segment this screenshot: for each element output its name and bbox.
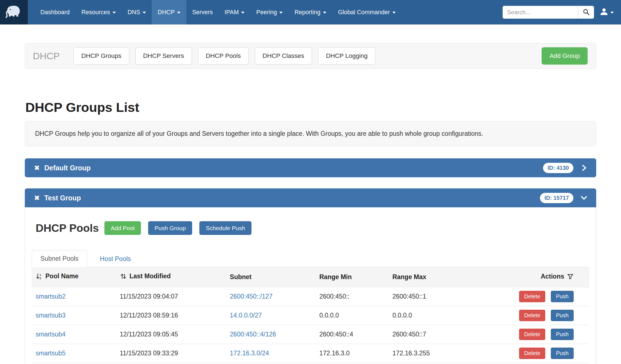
nav-item-ipam[interactable]: IPAM bbox=[219, 0, 250, 24]
chevron-down-icon bbox=[113, 12, 116, 14]
range-min-cell: 172.16.3.0 bbox=[316, 344, 388, 363]
add-group-button[interactable]: Add Group bbox=[542, 47, 588, 65]
search-icon bbox=[583, 8, 590, 16]
header-label: Pool Name bbox=[45, 272, 79, 280]
push-button[interactable]: Push bbox=[551, 348, 574, 359]
top-navbar: Dashboard Resources DNS DHCP Servers IPA… bbox=[0, 0, 621, 24]
pool-name-link[interactable]: smartsub3 bbox=[36, 312, 65, 319]
table-row: smartsub5 11/15/2023 09:33:29 172.16.3.0… bbox=[32, 344, 589, 363]
chevron-right-icon[interactable] bbox=[580, 164, 588, 172]
push-group-button[interactable]: Push Group bbox=[148, 221, 192, 235]
group-name: Default Group bbox=[44, 164, 91, 172]
nav-item-servers[interactable]: Servers bbox=[186, 0, 219, 24]
last-modified-cell: 11/15/2023 09:04:07 bbox=[116, 287, 226, 306]
push-button[interactable]: Push bbox=[551, 329, 574, 340]
nav-label: Global Commander bbox=[338, 9, 390, 16]
delete-button[interactable]: Delete bbox=[519, 329, 545, 340]
delete-button[interactable]: Delete bbox=[519, 291, 545, 302]
main-nav: Dashboard Resources DNS DHCP Servers IPA… bbox=[28, 0, 402, 24]
header-subnet[interactable]: Subnet bbox=[226, 267, 315, 287]
dhcp-logging-button[interactable]: DHCP Logging bbox=[318, 47, 375, 65]
nav-item-dhcp[interactable]: DHCP bbox=[152, 0, 186, 24]
header-pool-name[interactable]: 12Pool Name bbox=[32, 267, 116, 287]
header-label: Range Max bbox=[392, 273, 426, 281]
range-min-cell: 0.0.0.0 bbox=[316, 306, 388, 325]
header-range-max[interactable]: Range Max bbox=[388, 267, 511, 287]
header-label: Range Min bbox=[319, 273, 352, 281]
pool-name-link[interactable]: smartsub5 bbox=[36, 350, 65, 357]
page-title: DHCP Groups List bbox=[25, 100, 596, 115]
pools-header: DHCP Pools Add Pool Push Group Schedule … bbox=[32, 221, 589, 235]
header-last-modified[interactable]: Last Modified bbox=[116, 267, 226, 287]
remove-group-icon[interactable]: ✖ bbox=[34, 195, 40, 201]
header-label: Subnet bbox=[230, 273, 251, 281]
nav-item-resources[interactable]: Resources bbox=[75, 0, 122, 24]
nav-item-dns[interactable]: DNS bbox=[122, 0, 152, 24]
chevron-down-icon bbox=[323, 12, 326, 14]
delete-button[interactable]: Delete bbox=[519, 348, 545, 359]
push-button[interactable]: Push bbox=[551, 291, 574, 302]
subnet-link[interactable]: 172.16.3.0/24 bbox=[230, 350, 269, 357]
table-row: smartsub4 12/11/2023 09:05:45 2600:450::… bbox=[32, 325, 589, 344]
nav-item-peering[interactable]: Peering bbox=[250, 0, 289, 24]
pool-name-link[interactable]: smartsub2 bbox=[36, 293, 65, 300]
nav-item-reporting[interactable]: Reporting bbox=[289, 0, 332, 24]
nav-label: IPAM bbox=[224, 9, 239, 16]
chevron-down-icon bbox=[177, 12, 180, 14]
subnet-link[interactable]: 14.0.0.0/27 bbox=[230, 312, 262, 319]
subnav-title: DHCP bbox=[33, 51, 60, 62]
nav-label: Dashboard bbox=[40, 9, 70, 16]
description-text: DHCP Groups help you to organize all of … bbox=[35, 130, 483, 137]
tab-host-pools[interactable]: Host Pools bbox=[92, 251, 139, 267]
pools-title: DHCP Pools bbox=[36, 222, 99, 234]
range-max-cell: 2600:450::1 bbox=[388, 287, 511, 306]
navbar-right bbox=[503, 0, 621, 24]
tab-subnet-pools[interactable]: Subnet Pools bbox=[32, 250, 87, 267]
dhcp-classes-button[interactable]: DHCP Classes bbox=[255, 47, 312, 65]
header-range-min[interactable]: Range Min bbox=[316, 267, 388, 287]
add-pool-button[interactable]: Add Pool bbox=[104, 221, 141, 235]
svg-text:2: 2 bbox=[40, 277, 41, 280]
dhcp-pools-button[interactable]: DHCP Pools bbox=[198, 47, 249, 65]
group-section-test-group: ✖ Test Group ID: 15717 DHCP Pools Add Po… bbox=[25, 188, 596, 364]
delete-button[interactable]: Delete bbox=[519, 310, 545, 321]
range-max-cell: 0.0.0.0 bbox=[388, 306, 511, 325]
table-row: smartsub2 11/15/2023 09:04:07 2600:450::… bbox=[32, 287, 589, 306]
remove-group-icon[interactable]: ✖ bbox=[34, 164, 40, 171]
chevron-down-icon bbox=[143, 12, 146, 14]
dhcp-servers-button[interactable]: DHCP Servers bbox=[135, 47, 192, 65]
nav-label: Peering bbox=[256, 9, 277, 16]
group-name: Test Group bbox=[44, 194, 81, 202]
page-container: DHCP DHCP Groups DHCP Servers DHCP Pools… bbox=[25, 43, 596, 364]
search-button[interactable] bbox=[578, 6, 594, 19]
table-header-row: 12Pool Name Last Modified Subnet Range M… bbox=[32, 267, 589, 287]
search-input[interactable] bbox=[503, 6, 578, 19]
group-row-default-group[interactable]: ✖ Default Group ID: 4130 bbox=[25, 158, 596, 177]
pools-table: 12Pool Name Last Modified Subnet Range M… bbox=[32, 267, 589, 363]
chevron-down-icon[interactable] bbox=[580, 194, 588, 202]
subnet-link[interactable]: 2600:450::/127 bbox=[230, 293, 272, 300]
group-row-test-group[interactable]: ✖ Test Group ID: 15717 bbox=[25, 188, 596, 207]
chevron-down-icon bbox=[392, 12, 396, 14]
nav-label: DHCP bbox=[158, 9, 175, 16]
chevron-down-icon bbox=[241, 12, 245, 14]
table-row: smartsub3 12/11/2023 08:59:16 14.0.0.0/2… bbox=[32, 306, 589, 325]
nav-item-dashboard[interactable]: Dashboard bbox=[35, 0, 75, 24]
user-menu[interactable] bbox=[600, 7, 614, 17]
brand-logo[interactable] bbox=[0, 0, 28, 24]
pool-name-link[interactable]: smartsub4 bbox=[36, 331, 65, 338]
dhcp-groups-button[interactable]: DHCP Groups bbox=[74, 47, 129, 65]
last-modified-cell: 11/15/2023 09:33:29 bbox=[116, 344, 226, 363]
header-label: Actions bbox=[541, 273, 564, 280]
nav-label: Reporting bbox=[294, 9, 320, 16]
last-modified-cell: 12/11/2023 09:05:45 bbox=[116, 325, 226, 344]
filter-icon[interactable] bbox=[567, 274, 574, 281]
subnet-link[interactable]: 2600:450::4/126 bbox=[230, 331, 276, 338]
header-actions: Actions bbox=[511, 267, 589, 287]
nav-item-global-commander[interactable]: Global Commander bbox=[332, 0, 402, 24]
sort-numeric-icon: 12 bbox=[36, 274, 43, 281]
range-min-cell: 2600:450:: bbox=[316, 287, 388, 306]
dhcp-subnav: DHCP DHCP Groups DHCP Servers DHCP Pools… bbox=[25, 43, 596, 69]
push-button[interactable]: Push bbox=[551, 310, 574, 321]
schedule-push-button[interactable]: Schedule Push bbox=[199, 221, 251, 235]
